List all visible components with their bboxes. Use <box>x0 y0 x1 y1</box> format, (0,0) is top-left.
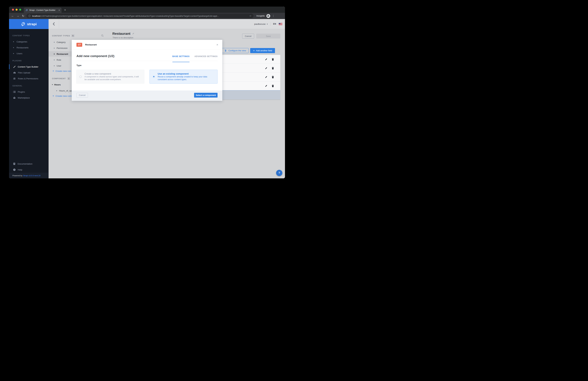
bullet-icon <box>54 54 55 54</box>
add-another-field-button[interactable]: + Add another field <box>250 48 275 53</box>
page-subtitle: There is no description <box>113 37 133 39</box>
delete-trash-icon[interactable] <box>272 67 274 70</box>
question-circle-icon: ? <box>13 169 16 171</box>
bookmark-star-icon[interactable]: ☆ <box>249 14 252 17</box>
incognito-icon <box>266 14 270 18</box>
search-icon[interactable] <box>101 34 104 37</box>
modal-title: Add new component (1/2) <box>76 54 114 58</box>
user-menu[interactable]: paulbocuse <box>254 23 266 25</box>
modal-header: CT Restaurant × <box>72 40 222 50</box>
sidebar-item-help[interactable]: ? Help <box>9 167 49 173</box>
divider <box>270 22 271 26</box>
chevron-left-icon <box>53 22 55 26</box>
top-header-band: paulbocuse ▾ EN <box>49 19 285 29</box>
strapi-favicon <box>25 9 28 11</box>
radio-unselected-icon[interactable] <box>79 76 82 78</box>
new-tab-button[interactable]: + <box>64 8 66 12</box>
svg-text:?: ? <box>14 169 15 170</box>
close-icon[interactable]: × <box>216 43 218 47</box>
bullet-icon <box>54 60 55 60</box>
caret-down-icon: ▾ <box>52 84 53 85</box>
configure-view-button[interactable]: Configure the view <box>222 48 249 53</box>
cancel-button-top[interactable]: Cancel <box>242 34 254 39</box>
sidebar-item-marketplace[interactable]: Marketplace <box>9 95 49 101</box>
edit-title-pencil-icon[interactable] <box>132 32 134 35</box>
cloud-upload-icon <box>13 71 16 74</box>
section-title-content-types: CONTENT TYPES <box>9 35 49 37</box>
locale-label[interactable]: EN <box>273 23 276 25</box>
delete-trash-icon[interactable] <box>272 76 274 78</box>
strapi-admin: paulbocuse ▾ EN strapi CONTENT TYPES Cat… <box>9 19 285 178</box>
browser-tab[interactable]: Strapi - Content Type Builder × <box>24 8 62 13</box>
browser-menu-icon[interactable]: ⋮ <box>272 14 275 17</box>
sidebar-item-plugins[interactable]: Plugins <box>9 89 49 95</box>
edit-pencil-icon[interactable] <box>265 85 267 87</box>
sidebar: strapi CONTENT TYPES Categories Restaura… <box>9 19 49 178</box>
modal-footer: Cancel Select a component <box>72 90 222 101</box>
back-button[interactable] <box>49 19 59 29</box>
chevron-down-icon[interactable]: ▾ <box>267 23 268 25</box>
save-button[interactable]: Save <box>256 34 280 39</box>
help-fab-button[interactable]: ? <box>276 170 282 176</box>
plus-icon: + <box>253 49 255 52</box>
incognito-label: Incognito <box>256 15 265 17</box>
section-title-plugins: PLUGINS <box>9 60 49 62</box>
page-title: Restaurant <box>112 32 134 36</box>
section-title-general: GENERAL <box>9 85 49 87</box>
bullet-icon <box>54 42 55 43</box>
page-info-icon[interactable]: i <box>28 15 31 17</box>
window-close-button[interactable] <box>12 9 14 11</box>
tab-title: Strapi - Content Type Builder <box>29 9 57 11</box>
bullet-icon <box>54 48 55 49</box>
tab-advanced-settings[interactable]: ADVANCED SETTINGS <box>194 55 218 62</box>
panel-content-types-header: CONTENT TYPES 5 <box>49 34 108 37</box>
back-icon[interactable]: ← <box>10 14 15 18</box>
radio-selected-icon[interactable] <box>153 76 155 78</box>
tab-close-icon[interactable]: × <box>59 9 60 11</box>
edit-pencil-icon[interactable] <box>265 67 267 70</box>
modal-header-title: Restaurant <box>85 43 213 46</box>
edit-pencil-icon[interactable] <box>265 76 267 78</box>
type-label: Type <box>76 64 82 67</box>
option-create-new-component[interactable]: Create a new component A component is sh… <box>76 70 144 84</box>
brush-icon <box>13 66 16 68</box>
sidebar-item-documentation[interactable]: Documentation <box>9 161 49 167</box>
edit-pencil-icon[interactable] <box>265 58 267 61</box>
add-component-modal: CT Restaurant × Add new component (1/2) … <box>72 40 222 101</box>
content-type-badge: CT <box>76 43 82 47</box>
address-bar[interactable]: i localhost:1337/admin/plugins/content-t… <box>26 14 253 18</box>
component-count-badge: 1 <box>67 77 70 80</box>
sidebar-item-content-type-builder[interactable]: Content Type Builder <box>9 64 49 70</box>
modal-cancel-button[interactable]: Cancel <box>76 93 88 98</box>
tab-base-settings[interactable]: BASE SETTINGS <box>172 55 189 62</box>
rocket-icon <box>21 22 25 26</box>
list-icon <box>13 91 16 93</box>
url-text: localhost:1337/admin/plugins/content-typ… <box>32 15 248 17</box>
forward-icon[interactable]: → <box>15 14 21 18</box>
delete-trash-icon[interactable] <box>272 58 274 61</box>
reload-icon[interactable]: ↻ <box>21 14 26 18</box>
sidebar-item-users[interactable]: Users <box>9 50 49 56</box>
window-minimize-button[interactable] <box>16 9 18 11</box>
sidebar-item-restaurants[interactable]: Restaurants <box>9 45 49 50</box>
powered-by: Powered by Strapi v3.0.0-next.33 <box>9 173 49 178</box>
modal-tabs: BASE SETTINGS ADVANCED SETTINGS <box>172 55 218 62</box>
sidebar-item-categories[interactable]: Categories <box>9 39 49 45</box>
sidebar-item-roles-permissions[interactable]: Roles & Permissions <box>9 76 49 81</box>
sidebar-item-files-upload[interactable]: Files Upload <box>9 70 49 76</box>
book-icon <box>13 163 15 165</box>
us-flag-icon[interactable] <box>279 23 282 25</box>
window-zoom-button[interactable] <box>19 9 21 11</box>
delete-trash-icon[interactable] <box>272 85 274 87</box>
bullet-icon <box>13 47 14 48</box>
browser-toolbar: ← → ↻ i localhost:1337/admin/plugins/con… <box>9 13 285 19</box>
select-component-button[interactable]: Select a component <box>194 93 218 98</box>
users-icon <box>13 77 16 80</box>
strapi-version-link[interactable]: Strapi v3.0.0-next.33 <box>23 175 41 177</box>
tab-strip: Strapi - Content Type Builder × + <box>9 7 285 13</box>
strapi-logo[interactable]: strapi <box>9 19 49 29</box>
user-zone: paulbocuse ▾ EN <box>254 19 282 29</box>
option-use-existing-component[interactable]: Use an existing component Reuse a compon… <box>149 70 218 84</box>
divider <box>76 61 218 61</box>
sidebar-footer: Documentation ? Help <box>9 161 49 173</box>
